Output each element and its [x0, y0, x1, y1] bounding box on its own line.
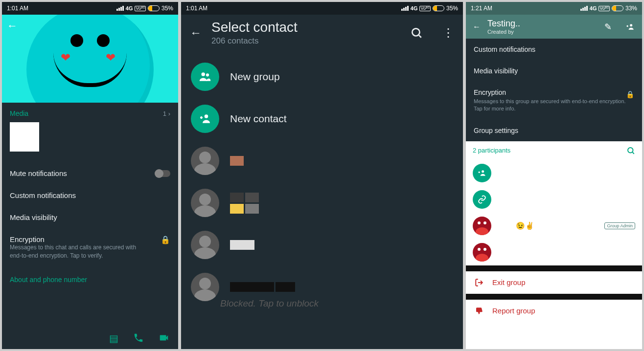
exit-label: Exit group [492, 278, 526, 286]
encryption-row[interactable]: Encryption Messages to this chat and cal… [10, 228, 170, 267]
svg-point-6 [482, 170, 484, 173]
status-bar: 1:01 AM 4G Vo⁴ᴳ 35% [2, 2, 178, 15]
encryption-row[interactable]: Encryption Messages to this group are se… [466, 82, 642, 120]
network-label: 4G [590, 5, 597, 11]
admin-badge: Group Admin [604, 222, 635, 229]
svg-point-0 [412, 28, 419, 36]
network-label: 4G [126, 5, 133, 11]
search-icon[interactable] [626, 146, 635, 155]
about-phone-link[interactable]: About and phone number [10, 267, 170, 287]
exit-group-row[interactable]: Exit group [466, 271, 642, 294]
contact-name-redacted [230, 240, 254, 250]
profile-hero[interactable]: ← ❤❤ [2, 15, 178, 103]
add-contact-icon [191, 105, 219, 133]
blocked-label[interactable]: Blocked. Tap to unblock [220, 298, 463, 311]
status-time: 1:01 AM [186, 5, 207, 12]
svg-point-5 [628, 148, 633, 153]
group-settings-row[interactable]: Group settings [466, 120, 642, 141]
svg-point-3 [205, 114, 208, 118]
status-time: 1:01 AM [7, 5, 28, 12]
contact-name-redacted [230, 156, 244, 166]
action-bar: ▤ [2, 328, 178, 349]
battery-icon [612, 5, 623, 11]
add-participant-icon[interactable] [625, 22, 635, 32]
signal-icon [116, 6, 124, 11]
edit-icon[interactable]: ✎ [604, 22, 612, 32]
participant-row[interactable]: 😉✌️ Group Admin [466, 213, 642, 239]
media-count: 1 › [163, 110, 170, 117]
encryption-title: Encryption [474, 88, 626, 96]
participant-avatar [473, 217, 491, 235]
contact-name-redacted [230, 193, 259, 214]
avatar-placeholder [191, 231, 219, 259]
battery-icon [148, 5, 160, 11]
contact-row[interactable] [181, 182, 463, 224]
svg-point-1 [202, 72, 206, 76]
encryption-sub: Messages to this chat and calls are secu… [10, 243, 161, 260]
new-contact-row[interactable]: New contact [181, 98, 463, 140]
invite-link-row[interactable] [466, 186, 642, 213]
svg-point-4 [630, 24, 632, 26]
page-title: Select contact [211, 20, 298, 35]
contact-row[interactable] [181, 224, 463, 266]
avatar-placeholder [191, 147, 219, 175]
volte-label: Vo⁴ᴳ [419, 6, 431, 11]
add-participant-icon [473, 164, 491, 182]
video-icon[interactable] [159, 332, 169, 344]
contacts-count: 206 contacts [211, 36, 298, 46]
encryption-title: Encryption [10, 235, 161, 243]
report-label: Report group [492, 307, 535, 315]
app-bar: ← Select contact 206 contacts ⋮ [181, 15, 463, 53]
volte-label: Vo⁴ᴳ [135, 6, 146, 11]
add-participants-row[interactable] [466, 160, 642, 186]
new-group-row[interactable]: New group [181, 56, 463, 98]
mute-toggle[interactable] [156, 170, 170, 177]
media-visibility-row[interactable]: Media visibility [466, 60, 642, 82]
back-icon[interactable]: ← [7, 20, 18, 32]
lock-icon: 🔒 [161, 235, 170, 244]
battery-pct: 35% [161, 5, 173, 12]
group-subtitle: Created by [487, 29, 520, 35]
participants-header: 2 participants [466, 141, 642, 160]
contact-name-redacted [230, 282, 295, 292]
mute-row[interactable]: Mute notifications [10, 162, 170, 184]
search-icon[interactable] [410, 26, 423, 39]
media-label: Media [10, 110, 28, 117]
new-group-label: New group [230, 71, 280, 83]
encryption-sub: Messages to this group are secured with … [474, 98, 626, 113]
media-section-header[interactable]: Media 1 › [10, 110, 170, 117]
participants-count: 2 participants [473, 147, 510, 154]
report-group-row[interactable]: Report group [466, 300, 642, 322]
custom-notifications-row[interactable]: Custom notifications [10, 184, 170, 206]
more-icon[interactable]: ⋮ [442, 26, 454, 40]
exit-icon [475, 278, 484, 287]
call-icon[interactable] [133, 332, 144, 344]
new-contact-label: New contact [230, 113, 287, 125]
participant-status: 😉✌️ [516, 221, 534, 230]
group-icon [191, 63, 219, 91]
participant-avatar [473, 243, 491, 262]
status-bar: 1:01 AM 4G Vo⁴ᴳ 35% [181, 2, 463, 15]
thumbs-down-icon [475, 307, 484, 315]
lock-icon: 🔒 [626, 90, 634, 98]
screen-select-contact: 1:01 AM 4G Vo⁴ᴳ 35% ← Select contact 206… [181, 2, 463, 349]
custom-notifications-row[interactable]: Custom notifications [466, 39, 642, 60]
network-label: 4G [411, 5, 418, 11]
back-icon[interactable]: ← [190, 26, 202, 40]
link-icon [473, 190, 491, 209]
group-header: ← Testing.. Created by ✎ [466, 15, 642, 39]
battery-icon [433, 5, 444, 11]
battery-pct: 33% [625, 5, 637, 12]
signal-icon [401, 6, 409, 11]
message-icon[interactable]: ▤ [109, 332, 118, 344]
contact-row[interactable] [181, 266, 463, 302]
back-icon[interactable]: ← [473, 22, 481, 31]
participant-row[interactable] [466, 239, 642, 265]
contact-row[interactable] [181, 140, 463, 182]
media-thumbnail[interactable] [10, 122, 39, 152]
battery-pct: 35% [446, 5, 458, 12]
screen-group-info: 1:21 AM 4G Vo⁴ᴳ 33% ← Testing.. Created … [466, 2, 642, 349]
status-bar: 1:21 AM 4G Vo⁴ᴳ 33% [466, 2, 642, 15]
media-visibility-row[interactable]: Media visibility [10, 206, 170, 228]
status-time: 1:21 AM [471, 5, 492, 12]
